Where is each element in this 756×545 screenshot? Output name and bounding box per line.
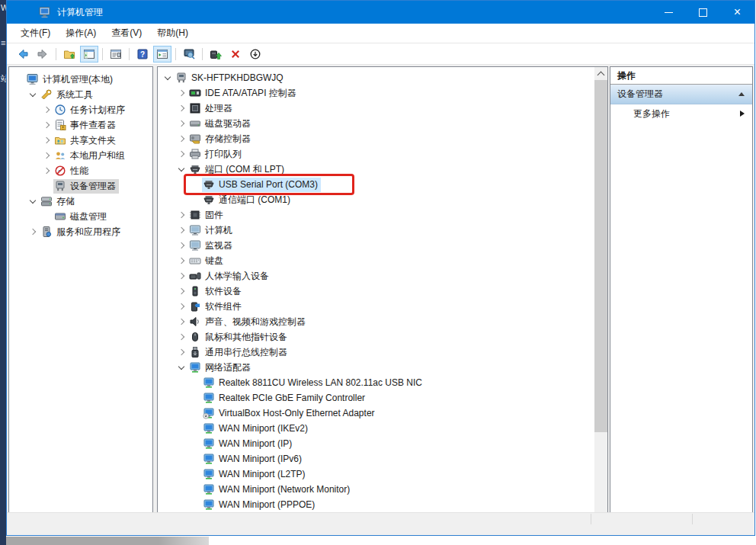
tree-item[interactable]: 通信端口 (COM1) bbox=[158, 192, 607, 207]
chevron-right-icon[interactable] bbox=[175, 284, 188, 299]
tree-item[interactable]: Realtek PCIe GbE Family Controller bbox=[158, 390, 607, 406]
toolbar-back-arrow-button[interactable] bbox=[14, 46, 32, 63]
tree-item[interactable]: VirtualBox Host-Only Ethernet Adapter bbox=[158, 406, 607, 421]
chevron-right-icon[interactable] bbox=[175, 314, 188, 329]
chevron-right-icon[interactable] bbox=[175, 299, 188, 314]
chevron-right-icon[interactable] bbox=[175, 116, 188, 131]
vertical-scrollbar[interactable] bbox=[594, 67, 607, 522]
scrollbar-thumb[interactable] bbox=[594, 80, 607, 432]
tree-item-label: WAN Miniport (IKEv2) bbox=[219, 422, 308, 436]
tree-item[interactable]: SK-HFTPKHDBGWJQ bbox=[158, 70, 607, 85]
collapse-icon[interactable] bbox=[738, 92, 745, 96]
device-manager-icon bbox=[54, 180, 66, 192]
menu-item[interactable]: 文件(F) bbox=[13, 24, 58, 43]
chevron-right-icon[interactable] bbox=[40, 148, 53, 163]
tree-item[interactable]: 存储控制器 bbox=[158, 131, 607, 146]
chevron-right-icon[interactable] bbox=[175, 207, 188, 223]
toolbar-disable-device-button[interactable] bbox=[246, 46, 264, 63]
chevron-right-icon[interactable] bbox=[40, 102, 53, 117]
toolbar-scan-hardware-button[interactable] bbox=[180, 46, 198, 63]
tree-item[interactable]: 任务计划程序 bbox=[9, 102, 152, 117]
tree-item-label: 磁盘管理 bbox=[70, 210, 107, 224]
task-scheduler-icon bbox=[54, 104, 66, 116]
toolbar-uninstall-device-button[interactable] bbox=[226, 46, 245, 63]
toolbar-help-button[interactable]: ? bbox=[133, 46, 152, 63]
tree-item[interactable]: 处理器 bbox=[158, 101, 607, 116]
menu-item[interactable]: 操作(A) bbox=[58, 24, 104, 43]
toolbar-console-tree-toggle-button[interactable] bbox=[80, 46, 98, 63]
tree-item-label: 软件设备 bbox=[205, 284, 242, 299]
tree-item[interactable]: WAN Miniport (IKEv2) bbox=[158, 421, 607, 436]
tree-item[interactable]: 共享文件夹 bbox=[9, 133, 152, 148]
chevron-right-icon[interactable] bbox=[175, 223, 188, 238]
tree-item[interactable]: 本地用户和组 bbox=[9, 148, 152, 163]
toolbar-up-folder-button[interactable] bbox=[60, 46, 78, 63]
chevron-right-icon[interactable] bbox=[175, 85, 188, 101]
chevron-right-icon[interactable] bbox=[175, 101, 188, 116]
tree-item-label: 设备管理器 bbox=[70, 179, 116, 194]
tree-item[interactable]: 软件组件 bbox=[158, 299, 607, 314]
chevron-right-icon[interactable] bbox=[175, 268, 188, 284]
close-button[interactable]: × bbox=[720, 1, 754, 24]
tree-item[interactable]: 打印队列 bbox=[158, 146, 607, 162]
tree-item[interactable]: WAN Miniport (PPPOE) bbox=[158, 497, 607, 512]
chevron-right-icon[interactable] bbox=[175, 146, 188, 162]
tree-item[interactable]: 磁盘驱动器 bbox=[158, 116, 607, 131]
tree-item[interactable]: 监视器 bbox=[158, 238, 607, 253]
tree-item[interactable]: 事件查看器 bbox=[9, 117, 152, 133]
maximize-button[interactable] bbox=[686, 1, 720, 24]
tree-item[interactable]: 声音、视频和游戏控制器 bbox=[158, 314, 607, 329]
tree-item[interactable]: 人体学输入设备 bbox=[158, 268, 607, 284]
tree-item[interactable]: WAN Miniport (L2TP) bbox=[158, 466, 607, 482]
chevron-down-icon[interactable] bbox=[175, 360, 188, 375]
chevron-right-icon[interactable] bbox=[175, 345, 188, 360]
tree-item[interactable]: 性能 bbox=[9, 163, 152, 178]
menu-item[interactable]: 查看(V) bbox=[104, 24, 149, 43]
tree-item[interactable]: 软件设备 bbox=[158, 284, 607, 299]
chevron-right-icon[interactable] bbox=[40, 133, 53, 148]
tree-item[interactable]: 磁盘管理 bbox=[9, 209, 152, 224]
scroll-up-button[interactable] bbox=[594, 67, 607, 80]
tree-item[interactable]: 键盘 bbox=[158, 253, 607, 268]
toolbar-action-pane-toggle-button[interactable] bbox=[153, 46, 171, 63]
chevron-right-icon[interactable] bbox=[175, 238, 188, 253]
minimize-button[interactable] bbox=[652, 1, 686, 24]
tree-item[interactable]: IDE ATA/ATAPI 控制器 bbox=[158, 85, 607, 101]
tree-item-selected[interactable]: USB Serial Port (COM3) bbox=[158, 177, 607, 192]
chevron-right-icon[interactable] bbox=[175, 253, 188, 268]
tree-item[interactable]: WAN Miniport (IPv6) bbox=[158, 451, 607, 466]
toolbar-properties-button[interactable] bbox=[107, 46, 125, 63]
tree-item[interactable]: 鼠标和其他指针设备 bbox=[158, 329, 607, 345]
tree-item[interactable]: WAN Miniport (Network Monitor) bbox=[158, 482, 607, 497]
tree-item[interactable]: 服务和应用程序 bbox=[9, 224, 152, 239]
chevron-down-icon[interactable] bbox=[161, 70, 175, 85]
chevron-right-icon[interactable] bbox=[40, 163, 53, 178]
more-actions-item[interactable]: 更多操作 bbox=[610, 104, 752, 123]
storage-controller-icon bbox=[189, 133, 201, 145]
tree-item[interactable]: 固件 bbox=[158, 207, 607, 223]
tree-item-label: USB Serial Port (COM3) bbox=[219, 178, 318, 192]
chevron-down-icon[interactable] bbox=[175, 162, 188, 177]
tree-item[interactable]: 端口 (COM 和 LPT) bbox=[158, 162, 607, 177]
toolbar-update-driver-button[interactable] bbox=[207, 46, 225, 63]
chevron-right-icon[interactable] bbox=[175, 131, 188, 146]
tree-item[interactable]: 网络适配器 bbox=[158, 360, 607, 375]
tree-item[interactable]: 计算机管理(本地) bbox=[9, 72, 152, 87]
chevron-down-icon[interactable] bbox=[26, 87, 40, 102]
chevron-right-icon[interactable] bbox=[40, 117, 53, 133]
tree-item[interactable]: Realtek 8811CU Wireless LAN 802.11ac USB… bbox=[158, 375, 607, 390]
tree-item[interactable]: WAN Miniport (IP) bbox=[158, 436, 607, 451]
tree-item-label: WAN Miniport (PPPOE) bbox=[219, 498, 315, 512]
tree-item-selected[interactable]: 设备管理器 bbox=[9, 178, 152, 194]
chevron-down-icon[interactable] bbox=[26, 194, 40, 209]
tree-item[interactable]: 计算机 bbox=[158, 223, 607, 238]
menu-item[interactable]: 帮助(H) bbox=[149, 24, 196, 43]
tree-item[interactable]: 通用串行总线控制器 bbox=[158, 345, 607, 360]
chevron-right-icon[interactable] bbox=[26, 224, 40, 239]
actions-section-device-manager[interactable]: 设备管理器 bbox=[610, 85, 752, 104]
tree-item[interactable]: 存储 bbox=[9, 194, 152, 209]
tree-item-label: 端口 (COM 和 LPT) bbox=[205, 162, 284, 177]
tree-item[interactable]: 系统工具 bbox=[9, 87, 152, 102]
chevron-right-icon[interactable] bbox=[175, 329, 188, 345]
toolbar-forward-arrow-button[interactable] bbox=[34, 46, 52, 63]
